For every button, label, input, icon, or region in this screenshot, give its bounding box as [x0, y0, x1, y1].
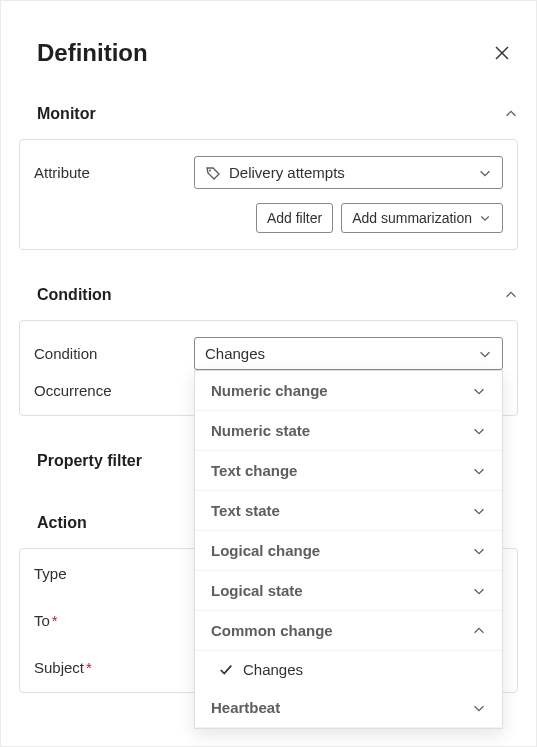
section-title-condition: Condition — [37, 286, 112, 304]
condition-value: Changes — [205, 345, 265, 362]
check-icon — [219, 663, 233, 677]
dropdown-group-label: Logical state — [211, 582, 303, 599]
page-title: Definition — [19, 39, 148, 67]
chevron-down-icon — [472, 384, 486, 398]
add-summarization-label: Add summarization — [352, 210, 472, 226]
condition-label: Condition — [34, 345, 194, 362]
svg-point-2 — [209, 169, 211, 171]
section-header-monitor[interactable]: Monitor — [19, 97, 518, 131]
dropdown-item-label: Changes — [243, 661, 303, 678]
dropdown-group-label: Common change — [211, 622, 333, 639]
dropdown-group-label: Text state — [211, 502, 280, 519]
dropdown-group-label: Text change — [211, 462, 297, 479]
chevron-down-icon — [478, 347, 492, 361]
section-title-property-filter: Property filter — [37, 452, 142, 470]
chevron-down-icon — [472, 464, 486, 478]
chevron-up-icon — [504, 288, 518, 302]
chevron-down-icon — [472, 504, 486, 518]
dropdown-group-label: Logical change — [211, 542, 320, 559]
attribute-select[interactable]: Delivery attempts — [194, 156, 503, 189]
dropdown-group[interactable]: Numeric change — [195, 371, 502, 411]
chevron-down-icon — [472, 424, 486, 438]
dropdown-group-label: Numeric state — [211, 422, 310, 439]
close-icon — [494, 45, 510, 61]
dropdown-item[interactable]: Changes — [195, 651, 502, 688]
chevron-down-icon — [472, 701, 486, 715]
section-title-monitor: Monitor — [37, 105, 96, 123]
chevron-down-icon — [472, 544, 486, 558]
dropdown-group[interactable]: Numeric state — [195, 411, 502, 451]
close-button[interactable] — [486, 37, 518, 69]
dropdown-group[interactable]: Text state — [195, 491, 502, 531]
add-filter-label: Add filter — [267, 210, 322, 226]
section-header-condition[interactable]: Condition — [19, 278, 518, 312]
chevron-down-icon — [478, 166, 492, 180]
dropdown-group[interactable]: Text change — [195, 451, 502, 491]
to-label: To* — [34, 612, 194, 629]
section-body-monitor: Attribute Delivery attempts Add f — [19, 139, 518, 250]
chevron-up-icon — [504, 107, 518, 121]
dropdown-group[interactable]: Heartbeat — [195, 688, 502, 728]
required-asterisk: * — [52, 612, 58, 629]
subject-label: Subject* — [34, 659, 194, 676]
dropdown-group-label: Heartbeat — [211, 699, 280, 716]
condition-select[interactable]: Changes — [194, 337, 503, 370]
attribute-value: Delivery attempts — [229, 164, 345, 181]
dropdown-group[interactable]: Logical state — [195, 571, 502, 611]
chevron-up-icon — [472, 624, 486, 638]
occurrence-label: Occurrence — [34, 382, 194, 399]
dropdown-group[interactable]: Logical change — [195, 531, 502, 571]
add-filter-button[interactable]: Add filter — [256, 203, 333, 233]
type-label: Type — [34, 565, 194, 582]
chevron-down-icon — [478, 211, 492, 225]
section-title-action: Action — [37, 514, 87, 532]
tag-icon — [205, 165, 221, 181]
required-asterisk: * — [86, 659, 92, 676]
dropdown-group-label: Numeric change — [211, 382, 328, 399]
chevron-down-icon — [472, 584, 486, 598]
section-body-condition: Condition Changes Numeric changeNumeric … — [19, 320, 518, 416]
dropdown-group[interactable]: Common change — [195, 611, 502, 651]
add-summarization-button[interactable]: Add summarization — [341, 203, 503, 233]
condition-dropdown[interactable]: Numeric changeNumeric stateText changeTe… — [194, 370, 503, 729]
attribute-label: Attribute — [34, 164, 194, 181]
